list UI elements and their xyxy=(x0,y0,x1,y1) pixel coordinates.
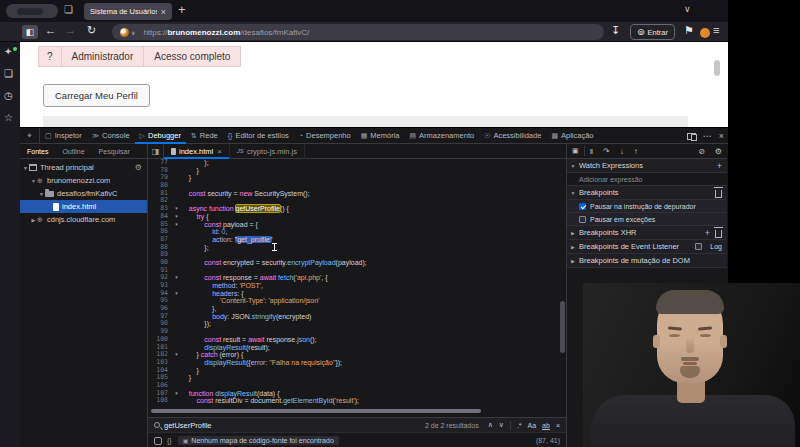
code-line-98[interactable]: 98 }); xyxy=(148,320,560,328)
pick-element-icon[interactable]: ⌖ xyxy=(20,128,40,144)
sources-tab-outline[interactable]: Outline xyxy=(55,148,91,155)
sources-tab-sources[interactable]: Fontes xyxy=(20,148,55,155)
log-event-checkbox[interactable] xyxy=(695,243,702,250)
line-number[interactable]: 108 xyxy=(148,397,172,405)
code-line-80[interactable]: 80 xyxy=(148,182,560,190)
remove-breakpoints-icon[interactable] xyxy=(715,190,722,198)
browser-tab[interactable]: Sistema de Usuários × xyxy=(84,3,172,20)
sidebar-toggle-button[interactable]: ◧ xyxy=(22,25,38,39)
remove-xhr-breakpoints-icon[interactable] xyxy=(715,230,722,238)
load-profile-button[interactable]: Carregar Meu Perfil xyxy=(43,84,150,107)
editor-horizontal-scrollbar[interactable] xyxy=(148,407,560,415)
xhr-breakpoints-header[interactable]: ▶ Breakpoints XHR + xyxy=(567,226,727,240)
step-out-icon[interactable]: ↑ xyxy=(634,147,638,156)
devtools-tab-performance[interactable]: ◔Desempenho xyxy=(294,128,356,144)
code-line-83[interactable]: 83▾ async function getUserProfile() { xyxy=(148,205,560,213)
tree-item-cdnjs-cloudflare-com[interactable]: ▶⊕cdnjs.cloudflare.com xyxy=(20,213,147,226)
whole-word-toggle[interactable]: ab xyxy=(542,422,550,429)
code-line-99[interactable]: 99 xyxy=(148,328,560,336)
menu-hamburger-icon[interactable]: ≡ xyxy=(713,24,719,36)
permissions-chevron-icon[interactable]: ∨ xyxy=(131,29,135,36)
reload-button[interactable]: ↻ xyxy=(87,24,96,37)
debugger-settings-icon[interactable]: ⚙ xyxy=(715,147,722,156)
code-line-95[interactable]: 95 'Content-Type': 'application/json' xyxy=(148,297,560,305)
tab-manager-icon[interactable]: ❏ xyxy=(4,68,13,79)
tab-close-icon[interactable]: × xyxy=(161,7,166,17)
fold-arrow-icon[interactable]: ▾ xyxy=(172,205,181,213)
window-controls-pill[interactable] xyxy=(6,4,58,18)
tree-item-desafios-fmkafivc[interactable]: ▼desafios/fmKafivC xyxy=(20,187,147,200)
devtools-close-icon[interactable]: × xyxy=(719,131,724,141)
sourcemap-status[interactable]: ▣ Nenhum mapa de código-fonte foi encont… xyxy=(178,436,339,445)
devtools-menu-icon[interactable]: ⋯ xyxy=(703,131,712,141)
search-input[interactable]: getUserProfile xyxy=(164,421,425,430)
watch-expression-input[interactable]: Adicionar expressão xyxy=(567,173,727,186)
fold-arrow-icon[interactable]: ▾ xyxy=(172,213,181,221)
devtools-tab-accessibility[interactable]: ☉Acessibilidade xyxy=(479,128,546,144)
dom-mutation-breakpoints-header[interactable]: ▶ Breakpoints de mutação de DOM xyxy=(567,254,727,268)
tree-item-brunomenozzi-com[interactable]: ▼⊕brunomenozzi.com xyxy=(20,174,147,187)
devtools-tab-console[interactable]: ≫Console xyxy=(87,128,135,144)
pretty-print-icon[interactable]: {} xyxy=(167,437,172,444)
code-line-82[interactable]: 82 xyxy=(148,197,560,205)
tree-item-thread-principal[interactable]: ▼Thread principal⚙ xyxy=(20,161,147,174)
regex-toggle[interactable]: .* xyxy=(517,422,522,429)
code-line-107[interactable]: 107▾ function displayResult(data) { xyxy=(148,390,560,398)
watch-expressions-header[interactable]: ▼ Watch Expressions + xyxy=(567,159,727,173)
code-line-90[interactable]: 90 const encrypted = security.encryptPay… xyxy=(148,259,560,267)
tab-list-chevron-icon[interactable]: ∨ xyxy=(684,4,691,14)
ignore-exceptions-icon[interactable]: ⊘ xyxy=(698,147,705,156)
pause-debugger-checkbox[interactable] xyxy=(579,203,586,210)
code-line-85[interactable]: 85▾ const payload = { xyxy=(148,221,560,229)
close-tab-icon[interactable]: × xyxy=(217,147,222,156)
search-next-icon[interactable]: ∨ xyxy=(499,421,504,429)
code-area[interactable]: 77 );78 }79 }8081 const security = new S… xyxy=(148,159,560,405)
code-line-97[interactable]: 97 body: JSON.stringify(encrypted) xyxy=(148,313,560,321)
responsive-mode-icon[interactable] xyxy=(687,133,696,140)
event-listener-breakpoints-header[interactable]: ▶ Breakpoints de Event Listener Log xyxy=(567,240,727,254)
add-watch-icon[interactable]: + xyxy=(717,161,722,171)
thread-settings-icon[interactable]: ⚙ xyxy=(135,163,142,172)
devtools-tab-style-editor[interactable]: {}Editor de estilos xyxy=(223,128,294,144)
code-line-106[interactable]: 106 xyxy=(148,382,560,390)
code-line-102[interactable]: 102▾ } catch (error) { xyxy=(148,351,560,359)
fold-arrow-icon[interactable]: ▾ xyxy=(172,390,181,398)
code-line-100[interactable]: 100 const result = await response.json()… xyxy=(148,336,560,344)
editor-tab-index-html[interactable]: index.html × xyxy=(164,144,230,159)
collapse-sources-icon[interactable]: ◨ xyxy=(148,144,164,159)
devtools-tab-network[interactable]: ⇅Rede xyxy=(186,128,223,144)
devtools-tab-storage[interactable]: ▤Armazenamento xyxy=(404,128,479,144)
extension-orange-icon[interactable] xyxy=(700,28,710,38)
extension-icon[interactable]: ⚑ xyxy=(684,24,694,37)
code-line-89[interactable]: 89 xyxy=(148,251,560,259)
hscroll-thumb[interactable] xyxy=(151,409,481,413)
code-line-84[interactable]: 84▾ try { xyxy=(148,213,560,221)
editor-vertical-scrollbar[interactable] xyxy=(560,166,565,406)
vscroll-thumb[interactable] xyxy=(560,301,565,353)
step-over-icon[interactable]: ↷ xyxy=(603,147,610,156)
pause-exceptions-checkbox[interactable] xyxy=(579,216,586,223)
search-prev-icon[interactable]: ∧ xyxy=(488,421,493,429)
code-line-105[interactable]: 105 } xyxy=(148,374,560,382)
code-line-101[interactable]: 101 displayResult(result); xyxy=(148,344,560,352)
sources-tab-search[interactable]: Pesquisar xyxy=(92,148,137,155)
signin-button[interactable]: ⊚ Entrar xyxy=(630,24,675,40)
code-line-79[interactable]: 79 } xyxy=(148,174,560,182)
tree-item-index-html[interactable]: index.html xyxy=(20,200,147,213)
ai-chat-icon[interactable]: ✦ xyxy=(4,46,12,57)
step-in-icon[interactable]: ↓ xyxy=(620,147,624,156)
code-line-108[interactable]: 108 const resultDiv = document.getElemen… xyxy=(148,397,560,405)
fold-arrow-icon[interactable]: ▾ xyxy=(172,274,181,282)
firefox-view-icon[interactable]: ❏ xyxy=(64,4,73,15)
new-tab-button[interactable]: + xyxy=(178,2,186,17)
downloads-icon[interactable]: ↧ xyxy=(611,24,620,37)
case-toggle[interactable]: Aa xyxy=(528,422,537,429)
devtools-tab-application[interactable]: ▩Aplicação xyxy=(546,128,598,144)
devtools-tab-memory[interactable]: ▦Memória xyxy=(356,128,405,144)
fold-arrow-icon[interactable]: ▾ xyxy=(172,351,181,359)
pause-on-debugger-row[interactable]: Pausar na instrução de depurador xyxy=(567,200,727,213)
breakpoints-header[interactable]: ▼ Breakpoints xyxy=(567,186,727,200)
editor-tab-crypto-js[interactable]: JS crypto-js.min.js xyxy=(230,144,305,159)
pause-on-exceptions-row[interactable]: Pausar em exceções xyxy=(567,213,727,226)
code-line-88[interactable]: 88 }; xyxy=(148,244,560,252)
